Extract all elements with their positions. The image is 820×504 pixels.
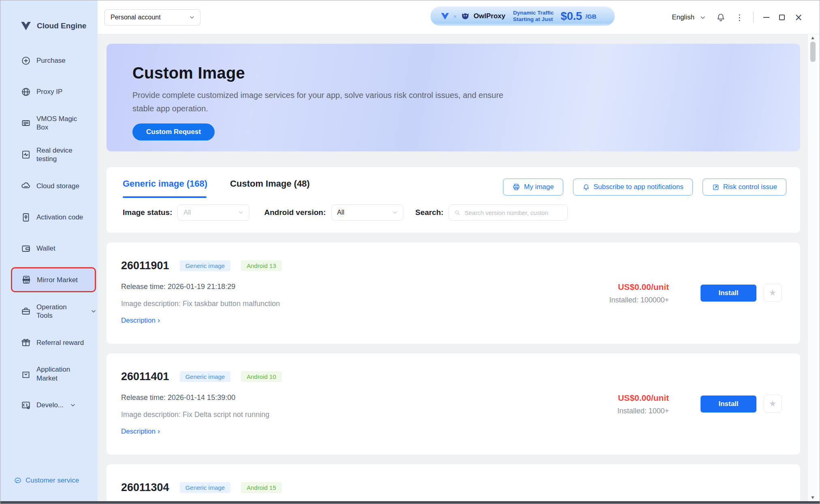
image-description: Image description: Fix Delta script not … xyxy=(121,410,800,419)
shopping-bag-icon xyxy=(21,369,31,379)
chat-bubble-icon xyxy=(14,476,22,485)
developer-icon xyxy=(21,400,31,410)
globe-icon xyxy=(21,87,31,97)
sidebar-item-activation-code[interactable]: Activation code xyxy=(0,202,98,233)
custom-request-button[interactable]: Custom Request xyxy=(132,123,215,140)
installed-count: Installed: 1000+ xyxy=(617,407,669,415)
sidebar-item-proxy-ip[interactable]: Proxy IP xyxy=(0,76,98,107)
close-button[interactable]: × xyxy=(794,13,803,22)
subscribe-notifications-button[interactable]: Subscribe to app notifications xyxy=(573,179,693,196)
risk-control-issue-button[interactable]: Risk control issue xyxy=(703,179,786,196)
unit-price: US$0.00/unit xyxy=(617,393,669,403)
app-title: Cloud Engine xyxy=(37,21,86,30)
star-icon: ★ xyxy=(769,399,777,408)
android-version-badge: Android 13 xyxy=(241,260,282,271)
search-label: Search: xyxy=(415,208,444,217)
main-content: Custom Image Provide complete customized… xyxy=(98,34,807,504)
device-pulse-icon xyxy=(21,149,31,160)
image-description: Image description: Fix taskbar button ma… xyxy=(121,300,800,308)
scroll-down-icon[interactable]: ▼ xyxy=(808,495,818,500)
image-type-badge: Generic image xyxy=(180,260,231,271)
owl-logo-icon xyxy=(460,11,470,21)
tab-custom-image[interactable]: Custom Image (48) xyxy=(230,179,310,201)
chevron-down-icon xyxy=(392,209,398,216)
mirror-market-icon xyxy=(21,274,32,285)
vertical-scrollbar[interactable]: ▲ ▼ xyxy=(807,34,818,501)
release-time: Release time: 2026-01-14 15:39:00 xyxy=(121,393,800,402)
search-field xyxy=(449,204,568,221)
sidebar: Cloud Engine Purchase Proxy IP VMOS Magi… xyxy=(0,0,98,504)
chevron-down-icon xyxy=(238,209,244,216)
favorite-button[interactable]: ★ xyxy=(764,284,782,302)
sidebar-item-real-device-testing[interactable]: Real device testing xyxy=(0,139,98,170)
sidebar-item-vmos-magic-box[interactable]: VMOS Magic Box xyxy=(0,108,98,139)
divider xyxy=(753,12,754,23)
sidebar-item-purchase[interactable]: Purchase xyxy=(0,45,98,76)
minimize-button[interactable] xyxy=(763,17,769,18)
scrollbar-thumb[interactable] xyxy=(810,42,816,62)
gift-icon xyxy=(21,337,31,348)
android-version-badge: Android 10 xyxy=(241,371,282,382)
android-version-label: Android version: xyxy=(264,208,326,217)
printer-icon xyxy=(512,183,520,191)
price-block: US$0.00/unit Installed: 100000+ xyxy=(609,282,669,304)
sidebar-item-application-market[interactable]: Application Market xyxy=(0,358,98,389)
description-link[interactable]: Description › xyxy=(121,427,160,436)
app-window: { "topbar": { "account_selector": "Perso… xyxy=(0,0,820,504)
more-menu-icon[interactable]: ⋮ xyxy=(735,13,743,21)
customer-service-link[interactable]: Customer service xyxy=(14,476,79,485)
app-logo: Cloud Engine xyxy=(0,0,98,32)
star-icon: ★ xyxy=(769,288,777,298)
cross-separator-icon: × xyxy=(454,13,457,19)
magic-box-icon xyxy=(21,118,31,128)
chevron-down-icon xyxy=(90,308,97,315)
sidebar-item-referral-reward[interactable]: Referral reward xyxy=(0,327,98,358)
image-id: 26011901 xyxy=(121,259,169,272)
description-link[interactable]: Description › xyxy=(121,316,160,325)
sidebar-item-mirror-market[interactable]: Mirror Market xyxy=(11,267,96,292)
install-button[interactable]: Install xyxy=(701,285,756,302)
release-time: Release time: 2026-01-19 21:18:29 xyxy=(121,283,800,291)
image-id: 26011401 xyxy=(121,370,169,383)
promo-brand: OwlProxy xyxy=(474,12,505,20)
bell-icon xyxy=(582,183,590,191)
wallet-icon xyxy=(21,243,31,254)
image-card-26011401: 26011401 Generic image Android 10 Releas… xyxy=(106,353,800,455)
sidebar-item-operation-tools[interactable]: Operation Tools xyxy=(0,296,98,327)
search-icon xyxy=(454,209,461,216)
image-status-select[interactable]: All xyxy=(177,204,249,221)
tab-generic-image[interactable]: Generic image (168) xyxy=(123,179,207,201)
topbar: Personal account × OwlProxy Dynamic Traf… xyxy=(98,0,820,34)
toolbox-icon xyxy=(21,306,31,317)
scroll-up-icon[interactable]: ▲ xyxy=(808,36,818,40)
sidebar-item-wallet[interactable]: Wallet xyxy=(0,233,98,264)
account-type-select[interactable]: Personal account xyxy=(104,9,200,26)
sidebar-item-developer[interactable]: Develo... xyxy=(0,389,98,421)
chevron-down-icon xyxy=(189,14,195,21)
install-button[interactable]: Install xyxy=(701,396,756,413)
hero-title: Custom Image xyxy=(132,64,800,82)
language-selector[interactable]: English xyxy=(672,13,706,21)
hero-description: Provide complete customized image servic… xyxy=(132,89,513,115)
custom-image-hero: Custom Image Provide complete customized… xyxy=(106,44,800,151)
chevron-right-icon: › xyxy=(158,427,160,436)
my-image-button[interactable]: My image xyxy=(503,179,563,196)
owlproxy-promo-banner[interactable]: × OwlProxy Dynamic Traffic Starting at J… xyxy=(430,6,615,26)
chevron-down-icon xyxy=(699,14,706,21)
cloud-engine-logo-icon xyxy=(20,20,32,32)
sidebar-item-cloud-storage[interactable]: Cloud storage xyxy=(0,170,98,202)
activation-code-icon xyxy=(21,212,31,223)
report-edit-icon xyxy=(712,183,720,191)
android-version-select[interactable]: All xyxy=(331,204,403,221)
notification-bell-icon[interactable] xyxy=(716,13,726,22)
maximize-button[interactable] xyxy=(779,15,785,20)
favorite-button[interactable]: ★ xyxy=(764,395,782,413)
image-card-26011304: 26011304 Generic image Android 15 xyxy=(106,464,800,504)
unit-price: US$0.00/unit xyxy=(609,282,669,292)
image-status-label: Image status: xyxy=(123,208,172,217)
search-input[interactable] xyxy=(464,209,562,216)
promo-price: $0.5 xyxy=(561,10,582,23)
purchase-icon xyxy=(21,55,31,66)
vmos-logo-icon xyxy=(440,11,450,21)
window-bottom-edge xyxy=(0,501,820,504)
